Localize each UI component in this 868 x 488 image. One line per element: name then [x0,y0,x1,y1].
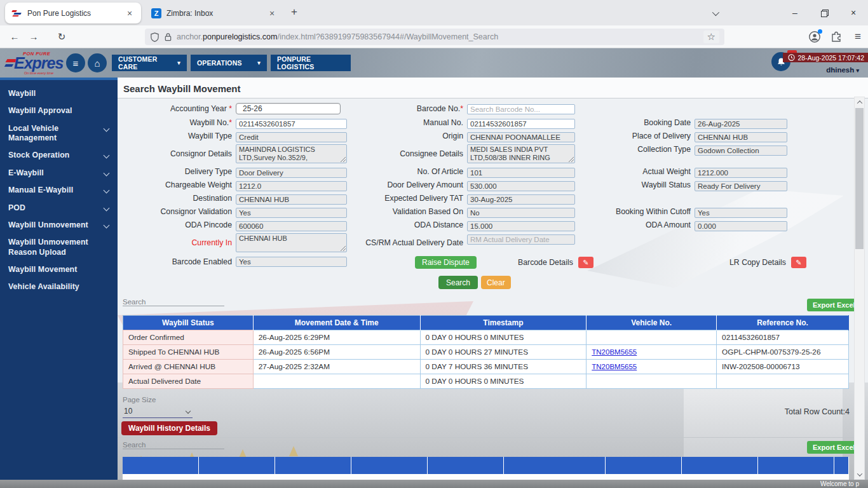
sidebar-item-waybill-unmovement[interactable]: Waybill Unmovement [0,217,118,234]
total-row-count: Total Row Count:4 [785,407,850,416]
page-size-select[interactable]: 10 [123,405,193,418]
home-button[interactable]: ⌂ [88,53,107,72]
reload-icon[interactable]: ↻ [52,31,71,43]
forward-icon[interactable]: → [24,31,43,42]
accounting-year-select[interactable]: 25-26 [236,103,341,114]
nav-customer-care[interactable]: CUSTOMER CARE ▾ [112,55,187,71]
barcode-no-input[interactable] [467,104,575,114]
sidebar-item-waybill-approval[interactable]: Waybill Approval [0,102,118,119]
search-button[interactable]: Search [438,276,478,289]
tab-title: Pon Pure Logistics [27,9,119,18]
sidebar-item-pod[interactable]: POD [0,200,118,217]
oda-distance-field [467,221,575,231]
currently-in-textarea: CHENNAI HUB [236,233,347,252]
col-timestamp[interactable]: Timestamp [420,316,587,330]
raise-dispute-button[interactable]: Raise Dispute [415,256,477,269]
booking-within-cutoff-field [695,208,787,218]
account-icon[interactable] [808,30,821,43]
back-icon[interactable]: ← [5,31,24,42]
sidebar-item-local-vehicle-management[interactable]: Local Vehicle Management [0,120,118,147]
extensions-puzzle-icon[interactable] [830,30,843,43]
resize-grip-icon [339,245,346,251]
waybill-no-input[interactable] [236,119,347,129]
vertical-scrollbar[interactable] [854,97,865,480]
sidebar-item-waybill-movement[interactable]: Waybill Movement [0,261,118,278]
restore-button[interactable] [810,8,839,18]
page-title: Search Waybill Movement [118,78,868,94]
validation-based-on-field [467,208,575,218]
bookmark-star-icon[interactable]: ☆ [703,30,719,43]
close-window-button[interactable]: × [839,8,868,18]
waybill-status-field [695,181,787,191]
table-search-input[interactable]: Search [123,298,224,306]
col-waybill-status[interactable]: Waybill Status [123,316,254,330]
door-delivery-amount-field [467,181,575,191]
nav-ponpure-logistics[interactable]: PONPURE LOGISTICS [271,55,351,71]
history-search-input[interactable]: Search [123,441,224,449]
cs-rm-actual-delivery-date-input[interactable] [467,234,575,245]
manual-no-input[interactable] [467,119,575,129]
pencil-icon: ✎ [583,259,588,267]
chevron-down-icon: ▾ [856,67,859,74]
ponpure-favicon [11,9,22,17]
chevron-down-icon: ▾ [248,60,261,66]
tab-close-icon[interactable]: × [267,8,277,18]
waybill-history-details-button[interactable]: Waybill History Details [121,421,217,435]
page-title-bar: Search Waybill Movement [118,78,868,98]
sidebar-item-vehicle-availability[interactable]: Vehicle Availability [0,278,118,295]
history-table-header [123,457,849,474]
vehicle-link[interactable]: TN20BM5655 [592,363,637,370]
sidebar-item-manual-e-waybill[interactable]: Manual E-Waybill [0,182,118,199]
scrollbar-thumb[interactable] [855,108,864,249]
col-movement-datetime[interactable]: Movement Date & Time [253,316,420,330]
screen: Pon Pure Logistics × Z Zimbra: Inbox × +… [0,0,868,488]
tab-list-icon[interactable] [700,8,729,18]
export-excel-button[interactable]: Export Excel [807,299,861,311]
barcode-details-edit-button[interactable]: ✎ [578,257,593,268]
nav-operations[interactable]: OPERATIONS ▾ [191,55,267,71]
table-row: Arrived @ CHENNAI HUB 27-Aug-2025 2:32AM… [123,360,849,374]
sidebar-item-stock-operation[interactable]: Stock Operation [0,147,118,164]
tracking-shield-icon[interactable] [150,32,159,42]
sidebar-item-waybill[interactable]: Waybill [0,85,118,102]
table-row: Actual Delivered Date 0 DAY 0 HOURS 0 MI… [123,374,849,389]
consignee-details-textarea: MEDI SALES INDIA PVT LTD,508/3B INNER RI… [467,144,575,163]
tab-close-icon[interactable]: × [125,8,135,18]
chevron-down-icon: ▾ [168,60,180,66]
status-text: Welcome to p [820,480,859,487]
tab-title: Zimbra: Inbox [166,9,262,18]
no-of-article-field [467,168,575,178]
new-tab-button[interactable]: + [291,6,297,18]
sidebar-item-waybill-unmovement-reason-upload[interactable]: Waybill Unmovement Reason Upload [0,234,118,261]
col-reference-no[interactable]: Reference No. [717,316,849,330]
user-menu[interactable]: dhinesh ▾ [826,66,859,74]
browser-tab-ponpure[interactable]: Pon Pure Logistics × [5,3,141,24]
waybill-search-form: Accounting Year * 25-26 Waybill No.* Way… [118,103,787,268]
scroll-up-icon[interactable] [855,97,864,107]
lr-copy-details-edit-button[interactable]: ✎ [791,257,806,268]
scroll-down-icon[interactable] [855,470,864,479]
sidebar-item-e-waybill[interactable]: E-Waybill [0,165,118,182]
url-text: anchor.ponpurelogistics.com/index.html?6… [177,32,699,41]
lock-icon[interactable] [164,32,172,41]
menu-toggle-button[interactable]: ≡ [66,53,85,72]
chevron-down-icon [104,222,110,228]
window-controls: – × [700,0,868,25]
vehicle-link[interactable]: TN20BM5655 [592,348,637,356]
sidebar: Waybill Waybill Approval Local Vehicle M… [0,78,118,480]
export-excel-button-2[interactable]: Export Excel [807,441,861,454]
consignor-details-textarea: MAHINDRA LOGISTICS LTD,Survey No.352/9, … [236,144,347,163]
clear-button[interactable]: Clear [481,276,511,289]
chevron-down-icon [104,125,110,132]
main-content: Search Waybill Movement Accounting Year … [118,78,868,480]
actual-weight-field [695,168,787,178]
browser-tab-zimbra[interactable]: Z Zimbra: Inbox × [145,3,283,24]
delivery-type-field [236,168,347,178]
browser-menu-icon[interactable]: ≡ [851,30,864,43]
page-size-label: Page Size [123,396,193,403]
booking-date-field [695,119,787,129]
col-vehicle-no[interactable]: Vehicle No. [587,316,717,330]
minimize-button[interactable]: – [780,8,810,18]
url-bar[interactable]: anchor.ponpurelogistics.com/index.html?6… [145,29,724,45]
barcode-enabled-field [236,257,347,267]
